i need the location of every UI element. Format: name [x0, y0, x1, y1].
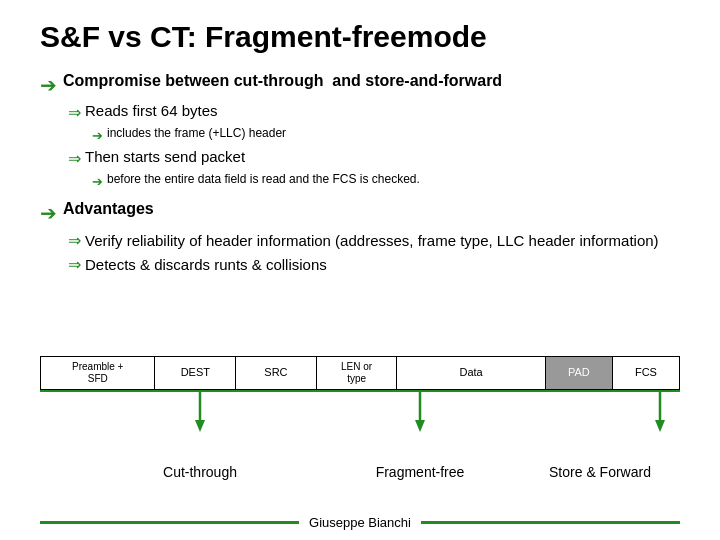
cell-preamble: Preamble +SFD: [41, 357, 155, 389]
sub-sub-arrow-1-1: ➔: [92, 126, 103, 146]
bullet-2-text: Advantages: [63, 200, 154, 218]
cell-dest: DEST: [155, 357, 236, 389]
footer-line-left: [40, 521, 299, 524]
arrow-icon-2: ➔: [40, 200, 57, 226]
sub-text-2-1: Verify reliability of header information…: [85, 230, 659, 251]
cell-src: SRC: [236, 357, 317, 389]
bullet-1: ➔ Compromise between cut-through and sto…: [40, 72, 680, 98]
cell-len: LEN ortype: [317, 357, 398, 389]
sub-arrow-1-2: ⇒: [68, 148, 81, 170]
sub-text-1-2: Then starts send packet: [85, 148, 245, 165]
cell-pad: PAD: [546, 357, 613, 389]
sub-bullet-2-1: ⇒ Verify reliability of header informati…: [68, 230, 680, 252]
sub-sub-text-1-2: before the entire data field is read and…: [107, 172, 420, 186]
svg-marker-2: [195, 420, 205, 432]
slide-title: S&F vs CT: Fragment-freemode: [40, 20, 680, 54]
sub-sub-arrow-1-2: ➔: [92, 172, 103, 192]
section-1: ➔ Compromise between cut-through and sto…: [40, 72, 680, 192]
sub-bullet-1-1: ⇒ Reads first 64 bytes: [68, 102, 680, 124]
sub-arrow-2-1: ⇒: [68, 230, 81, 252]
sub-sub-bullet-1-1: ➔ includes the frame (+LLC) header: [92, 126, 680, 146]
sub-bullet-2-2: ⇒ Detects & discards runts & collisions: [68, 254, 680, 276]
arrows-diagram: [40, 390, 680, 460]
footer-name: Giuseppe Bianchi: [309, 515, 411, 530]
slide: S&F vs CT: Fragment-freemode ➔ Compromis…: [0, 0, 720, 540]
cell-data: Data: [397, 357, 545, 389]
label-store-forward: Store & Forward: [520, 464, 680, 480]
sub-bullet-1-2: ⇒ Then starts send packet: [68, 148, 680, 170]
svg-marker-6: [655, 420, 665, 432]
sub-sub-bullet-1-2: ➔ before the entire data field is read a…: [92, 172, 680, 192]
diagram: Preamble +SFD DEST SRC LEN ortype Data P…: [40, 356, 680, 480]
section-2: ➔ Advantages ⇒ Verify reliability of hea…: [40, 200, 680, 277]
sub-arrow-2-2: ⇒: [68, 254, 81, 276]
sub-text-2-2: Detects & discards runts & collisions: [85, 254, 327, 275]
packet-table: Preamble +SFD DEST SRC LEN ortype Data P…: [40, 356, 680, 390]
sub-sub-text-1-1: includes the frame (+LLC) header: [107, 126, 286, 140]
label-fragment-free: Fragment-free: [340, 464, 500, 480]
sub-text-1-1: Reads first 64 bytes: [85, 102, 218, 119]
cell-fcs: FCS: [613, 357, 679, 389]
svg-marker-4: [415, 420, 425, 432]
labels-row: Cut-through Fragment-free Store & Forwar…: [40, 464, 680, 480]
bullet-2: ➔ Advantages: [40, 200, 680, 226]
bullet-1-text: Compromise between cut-through and store…: [63, 72, 502, 90]
footer-line-right: [421, 521, 680, 524]
sub-arrow-1-1: ⇒: [68, 102, 81, 124]
label-cut-through: Cut-through: [120, 464, 280, 480]
footer: Giuseppe Bianchi: [0, 515, 720, 530]
arrow-icon-1: ➔: [40, 72, 57, 98]
